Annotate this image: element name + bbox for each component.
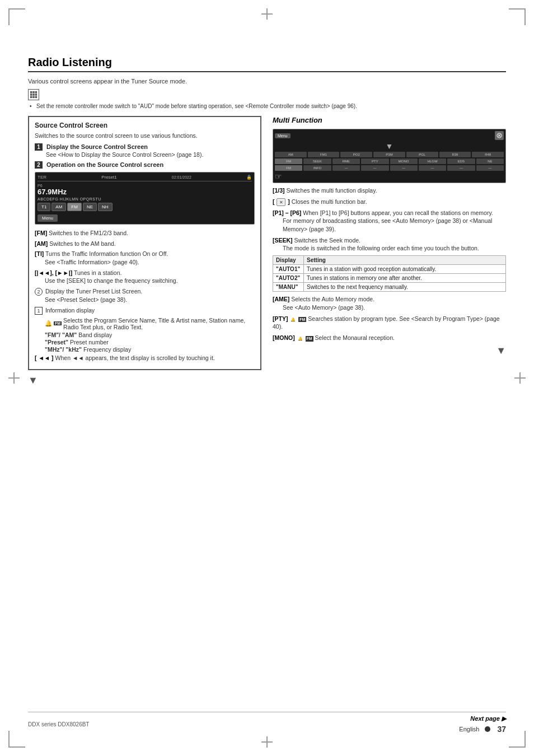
mf-text-p1p6: When [P1] to [P6] buttons appear, you ca… (303, 209, 493, 216)
corner-mark-bl (8, 731, 25, 748)
mf-cell-am[interactable]: AM (275, 152, 307, 157)
mhz-line: "MHz"/ "kHz" Frequency display (45, 346, 255, 353)
item2-badge: 2 (35, 161, 43, 169)
mf-cell-fm-info[interactable]: FM (275, 165, 302, 171)
mf-cell-pty[interactable]: PTY (361, 158, 388, 164)
svg-rect-7 (32, 96, 35, 99)
right-column: Multi Function Menu ▼ AM (273, 116, 506, 386)
left-column: Source Control Screen Switches to the so… (28, 116, 261, 386)
page-title-section: Radio Listening (28, 56, 506, 72)
mhz-desc: Frequency display (83, 346, 131, 353)
seek-row-auto2: "AUTO2" Tunes in stations in memory one … (273, 274, 506, 283)
info-display-block: 🔔 FM Selects the Program Service Name, T… (35, 317, 255, 353)
svg-rect-8 (35, 96, 38, 99)
tuner-btn-t1[interactable]: T1 (38, 203, 50, 211)
op-item-am: [AM] Switches to the AM band. (35, 240, 255, 248)
mf-key-13: [1/3] (273, 187, 285, 194)
op-item-circle2: 2 Display the Tuner Preset List Screen. … (35, 287, 255, 304)
mf-cell-pgl[interactable]: PGL (406, 152, 438, 157)
center-cross-top (261, 8, 273, 20)
op-item-seek: [|◄◄], [►►|] Tunes in a station. Use the… (35, 269, 255, 285)
mf-cell-empty5: — (447, 165, 475, 171)
tuner-header: TER Preset1 02:01/2022 🔒 (38, 175, 252, 181)
mf-sub-ame: See <Auto Memory> (page 38). (273, 304, 506, 312)
mf-desc-close: [ ✕ ] Closes the multi function bar. (273, 198, 506, 206)
mf-cell-empty6: — (476, 165, 504, 171)
tuner-screen: TER Preset1 02:01/2022 🔒 P6 67.9MHz ABCD… (35, 172, 255, 225)
mf-key-mono: [MONO] (273, 334, 295, 341)
mf-cell-empty2: — (361, 165, 388, 171)
tuner-menu-btn[interactable]: Menu (38, 214, 58, 222)
seek-cell-display-auto1: "AUTO1" (273, 265, 304, 274)
item1-desc: See <How to Display the Source Control S… (35, 151, 255, 158)
footer-lang-page: English 37 (459, 725, 506, 734)
svg-rect-2 (35, 91, 38, 94)
seek-cell-display-manu: "MANU" (273, 283, 304, 292)
seek-table-header-display: Display (273, 256, 304, 265)
op-sub-seek: Use the [SEEK] to change the frequency s… (35, 277, 255, 285)
footer-right: Next page ▶ English 37 (459, 715, 506, 734)
mf-cell-ne[interactable]: NE (476, 158, 504, 164)
op-item-square1: 1 Information display (35, 306, 255, 315)
mf-cell-hlgw[interactable]: HLGW (419, 158, 446, 164)
mf-hand-icon: ☞ (275, 172, 504, 181)
mf-cell-eds[interactable]: EDS (447, 158, 475, 164)
fm-badge: FM (54, 321, 62, 325)
mf-cell-po2[interactable]: PO2 (340, 152, 372, 157)
mf-desc-13: [1/3] Switches the multi function displa… (273, 186, 506, 195)
preset-label: "Preset" (45, 339, 68, 346)
source-control-desc: Switches to the source control screen to… (35, 132, 255, 139)
fm-am-desc: Band display (78, 332, 112, 338)
source-control-title: Source Control Screen (35, 122, 255, 129)
tuner-btn-ne[interactable]: NE (83, 203, 97, 211)
mf-cell-fm-seek[interactable]: FM (275, 158, 302, 164)
mf-desc-seek: [SEEK] Switches the Seek mode. The mode … (273, 236, 506, 253)
tuner-btn-fm[interactable]: FM (67, 203, 82, 211)
mf-cell-p3m[interactable]: P3M (373, 152, 405, 157)
svg-rect-0 (30, 91, 32, 94)
op-sub-circle2: See <Preset Select> (page 38). (35, 296, 255, 304)
corner-mark-br (509, 731, 526, 748)
mf-row-1: AM FM1 PO2 P3M PGL R39 R48 (275, 152, 504, 157)
mf-text-seek: Switches the Seek mode. (294, 237, 360, 244)
mf-cell-rme[interactable]: RME (332, 158, 360, 164)
mf-cell-fm1[interactable]: FM1 (308, 152, 340, 157)
svg-rect-5 (35, 94, 38, 96)
op-desc-scroll: When ◄◄ appears, the text display is scr… (55, 354, 215, 361)
tuner-btn-nh[interactable]: NH (98, 203, 113, 211)
info-line-icons: 🔔 FM Selects the Program Service Name, T… (45, 317, 255, 330)
mf-cell-r39[interactable]: R39 (439, 152, 471, 157)
note-text: Set the remote controller mode switch to… (28, 103, 506, 109)
fm-am-label: "FM"/ "AM" (45, 332, 77, 338)
mf-cell-seek[interactable]: SEEK (303, 158, 331, 164)
two-column-layout: Source Control Screen Switches to the so… (28, 116, 506, 386)
info-icon-bell: 🔔 (45, 320, 52, 327)
center-cross-left (8, 372, 20, 384)
mf-cell-info[interactable]: INFO (303, 165, 331, 171)
mf-text-ame: Selects the Auto Memory mode. (291, 296, 374, 302)
op-desc-circle2: Display the Tuner Preset List Screen. (45, 288, 142, 295)
grid-icon (28, 89, 39, 100)
preset-line: "Preset" Preset number (45, 339, 255, 346)
mf-cell-empty3: — (390, 165, 418, 171)
intro-text: Various control screens appear in the Tu… (28, 78, 506, 85)
op-desc-fm: Switches to the FM1/2/3 band. (49, 230, 128, 236)
mf-text-pty: Searches station by program type. See <S… (273, 315, 500, 330)
tuner-time: 02:01/2022 (172, 175, 191, 179)
op-key-am: [AM] (35, 240, 48, 247)
mf-desc-p1p6: [P1] – [P6] When [P1] to [P6] buttons ap… (273, 209, 506, 234)
mf-cell-r48[interactable]: R48 (472, 152, 504, 157)
seek-table: Display Setting "AUTO1" Tunes in a stati… (273, 255, 506, 292)
corner-mark-tl (8, 8, 25, 25)
mf-desc-pty: [PTY] 🔔 FM Searches station by program t… (273, 315, 506, 331)
tuner-btn-am[interactable]: AM (51, 203, 66, 211)
seek-row-auto1: "AUTO1" Tunes in a station with good rec… (273, 265, 506, 274)
op-key-ti: [TI] (35, 250, 44, 257)
mf-menu-btn[interactable]: Menu (275, 133, 291, 138)
seek-cell-display-auto2: "AUTO2" (273, 274, 304, 283)
mf-cell-mono[interactable]: MONO (390, 158, 418, 164)
op-item-ti: [TI] Turns the Traffic Information funct… (35, 250, 255, 266)
mf-key-seek: [SEEK] (273, 237, 293, 244)
op-sub-ti: See <Traffic Information> (page 40). (35, 258, 255, 267)
mf-desc-ame: [AME] Selects the Auto Memory mode. See … (273, 295, 506, 311)
